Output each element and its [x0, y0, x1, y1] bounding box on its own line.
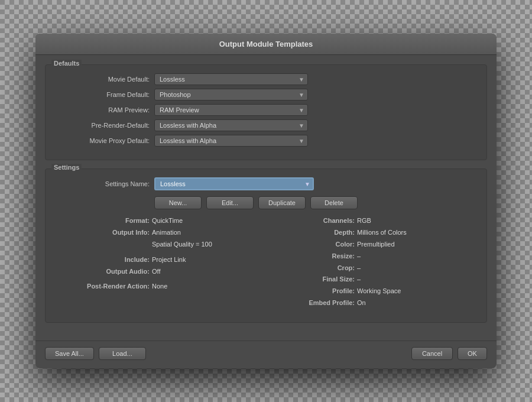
final-size-val: – [357, 274, 361, 286]
resize-val: – [357, 251, 361, 262]
embed-profile-val: On [357, 297, 366, 309]
embed-profile-row: Embed Profile: On [284, 297, 477, 309]
movie-default-wrapper: Lossless Lossless with Alpha RAM Preview… [154, 73, 308, 85]
final-size-row: Final Size: – [284, 274, 477, 286]
settings-buttons-row: New... Edit... Duplicate Delete [154, 196, 477, 209]
ram-preview-wrapper: RAM Preview Lossless ▼ [154, 104, 308, 116]
settings-name-wrapper: Lossless Lossless with Alpha RAM Preview… [154, 177, 314, 190]
output-audio-val: Off [152, 266, 160, 278]
pre-render-default-wrapper: Lossless with Alpha Lossless ▼ [154, 119, 308, 131]
resize-key: Resize: [284, 251, 355, 262]
info-right-panel: Channels: RGB Depth: Millions of Colors … [272, 215, 477, 309]
dialog-title: Output Module Templates [35, 34, 497, 55]
output-audio-row: Output Audio: Off [79, 266, 272, 278]
movie-default-select[interactable]: Lossless Lossless with Alpha RAM Preview [154, 73, 308, 85]
settings-section-label: Settings [51, 164, 82, 171]
profile-row: Profile: Working Space [284, 286, 477, 297]
dialog-body: Defaults Movie Default: Lossless Lossles… [35, 55, 497, 340]
ram-preview-select[interactable]: RAM Preview Lossless [154, 104, 308, 116]
crop-row: Crop: – [284, 262, 477, 274]
settings-name-label: Settings Name: [55, 180, 150, 187]
frame-default-select[interactable]: Photoshop TIFF PNG [154, 89, 308, 100]
spatial-row: Spatial Quality = 100 [79, 239, 272, 251]
edit-button[interactable]: Edit... [206, 196, 254, 209]
footer-right: Cancel OK [411, 347, 487, 360]
movie-default-label: Movie Default: [55, 76, 150, 83]
pre-render-default-label: Pre-Render-Default: [55, 122, 150, 129]
output-info-key: Output Info: [79, 227, 150, 239]
settings-name-row: Settings Name: Lossless Lossless with Al… [55, 177, 477, 190]
movie-proxy-default-label: Movie Proxy Default: [55, 137, 150, 144]
ok-button[interactable]: OK [458, 347, 487, 360]
cancel-button[interactable]: Cancel [411, 347, 453, 360]
title-text: Output Module Templates [219, 40, 313, 48]
spatial-val: Spatial Quality = 100 [152, 239, 212, 251]
output-info-val: Animation [152, 227, 181, 239]
depth-val: Millions of Colors [357, 227, 407, 239]
delete-button[interactable]: Delete [310, 196, 358, 209]
frame-default-wrapper: Photoshop TIFF PNG ▼ [154, 89, 308, 100]
depth-key: Depth: [284, 227, 355, 239]
settings-name-select[interactable]: Lossless Lossless with Alpha RAM Preview… [154, 177, 314, 190]
ram-preview-label: RAM Preview: [55, 106, 150, 114]
resize-row: Resize: – [284, 251, 477, 262]
movie-proxy-default-wrapper: Lossless with Alpha Lossless ▼ [154, 135, 308, 147]
final-size-key: Final Size: [284, 274, 355, 286]
duplicate-button[interactable]: Duplicate [258, 196, 306, 209]
defaults-section-label: Defaults [51, 60, 82, 67]
new-button[interactable]: New... [154, 196, 202, 209]
output-info-row: Output Info: Animation [79, 227, 272, 239]
format-row: Format: QuickTime [79, 215, 272, 227]
include-key: Include: [79, 254, 150, 266]
post-render-key: Post-Render Action: [79, 281, 150, 293]
frame-default-label: Frame Default: [55, 91, 150, 98]
depth-row: Depth: Millions of Colors [284, 227, 477, 239]
movie-proxy-default-select[interactable]: Lossless with Alpha Lossless [154, 135, 308, 147]
profile-val: Working Space [357, 286, 401, 297]
embed-profile-key: Embed Profile: [284, 297, 355, 309]
pre-render-default-select[interactable]: Lossless with Alpha Lossless [154, 119, 308, 131]
pre-render-default-row: Pre-Render-Default: Lossless with Alpha … [55, 119, 477, 131]
crop-key: Crop: [284, 262, 355, 274]
info-left-panel: Format: QuickTime Output Info: Animation… [55, 215, 272, 309]
save-all-button[interactable]: Save All... [45, 347, 94, 360]
footer-left: Save All... Load... [45, 347, 411, 360]
defaults-section: Defaults Movie Default: Lossless Lossles… [45, 64, 487, 160]
dialog-footer: Save All... Load... Cancel OK [35, 341, 497, 368]
include-row: Include: Project Link [79, 254, 272, 266]
settings-section: Settings Settings Name: Lossless Lossles… [45, 168, 487, 322]
output-audio-key: Output Audio: [79, 266, 150, 278]
movie-proxy-default-row: Movie Proxy Default: Lossless with Alpha… [55, 135, 477, 147]
format-val: QuickTime [152, 215, 183, 227]
profile-key: Profile: [284, 286, 355, 297]
channels-row: Channels: RGB [284, 215, 477, 227]
ram-preview-row: RAM Preview: RAM Preview Lossless ▼ [55, 104, 477, 116]
color-key: Color: [284, 239, 355, 251]
post-render-row: Post-Render Action: None [79, 281, 272, 293]
format-key: Format: [79, 215, 150, 227]
load-button[interactable]: Load... [99, 347, 146, 360]
channels-key: Channels: [284, 215, 355, 227]
frame-default-row: Frame Default: Photoshop TIFF PNG ▼ [55, 89, 477, 100]
crop-val: – [357, 262, 361, 274]
channels-val: RGB [357, 215, 371, 227]
info-section: Format: QuickTime Output Info: Animation… [55, 209, 477, 312]
post-render-val: None [152, 281, 167, 293]
color-val: Premultiplied [357, 239, 395, 251]
movie-default-row: Movie Default: Lossless Lossless with Al… [55, 73, 477, 85]
color-row: Color: Premultiplied [284, 239, 477, 251]
include-val: Project Link [152, 254, 186, 266]
output-module-templates-dialog: Output Module Templates Defaults Movie D… [35, 34, 497, 368]
